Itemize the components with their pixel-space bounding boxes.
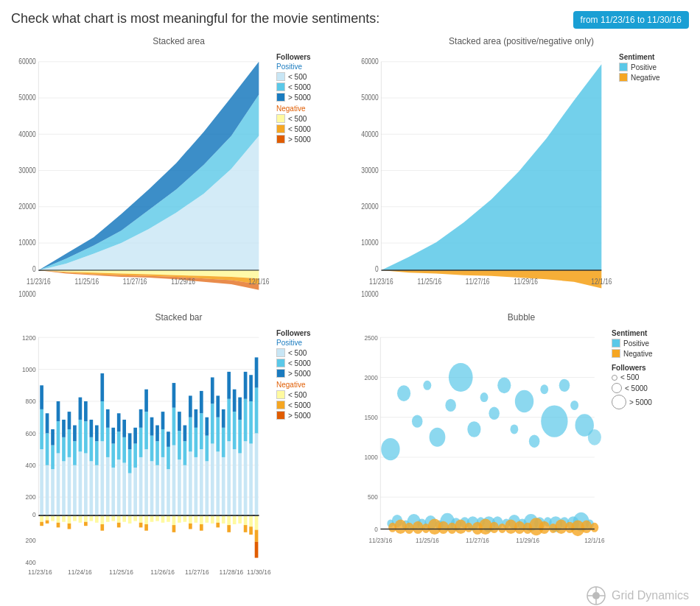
svg-rect-150 [189, 395, 192, 417]
bar-legend-color-pos-gt5000 [276, 369, 285, 378]
legend-label-pos-500: < 500 [288, 73, 307, 81]
svg-rect-105 [106, 409, 110, 428]
svg-text:20000: 20000 [18, 202, 35, 211]
svg-rect-71 [46, 433, 49, 465]
svg-rect-81 [62, 420, 66, 437]
bubble-sentiment-title: Sentiment [612, 329, 689, 337]
svg-point-314 [413, 521, 424, 534]
legend-color-neg-gt5000 [276, 135, 285, 144]
svg-rect-127 [150, 461, 154, 515]
svg-text:2500: 2500 [364, 334, 377, 342]
svg-rect-126 [144, 390, 148, 412]
stacked-area-content: 60000 50000 40000 30000 20000 10000 0 10… [11, 49, 346, 305]
svg-rect-91 [84, 454, 88, 516]
svg-marker-42 [381, 64, 601, 270]
svg-rect-114 [122, 420, 126, 437]
svg-rect-195 [68, 515, 71, 524]
svg-rect-235 [227, 525, 231, 532]
svg-rect-144 [178, 412, 181, 431]
svg-rect-218 [161, 515, 165, 523]
svg-rect-182 [249, 401, 253, 443]
svg-point-279 [529, 435, 540, 448]
svg-rect-104 [106, 428, 110, 457]
svg-text:11/27/16: 11/27/16 [466, 536, 489, 544]
svg-rect-175 [238, 454, 242, 516]
bubble-chart-svg-wrapper: 2500 2000 1500 1000 500 0 [354, 325, 608, 581]
legend-item-positive: Positive [619, 63, 689, 71]
svg-rect-202 [95, 515, 99, 523]
bubble-chart-content: 2500 2000 1500 1000 500 0 [354, 325, 689, 581]
svg-rect-167 [222, 428, 225, 457]
svg-text:12/1/16: 12/1/16 [584, 536, 604, 544]
page-title: Check what chart is most meaningful for … [11, 11, 379, 27]
svg-rect-90 [79, 398, 83, 420]
svg-point-323 [489, 522, 499, 533]
svg-point-270 [430, 428, 446, 447]
svg-rect-98 [95, 441, 99, 465]
svg-rect-69 [40, 385, 43, 409]
svg-point-335 [590, 523, 598, 532]
svg-rect-132 [155, 426, 159, 442]
svg-rect-106 [111, 468, 115, 515]
stacked-bar-content: 1200 1000 800 600 400 200 0 200 400 [11, 325, 346, 581]
svg-rect-109 [117, 459, 121, 515]
svg-point-266 [381, 438, 399, 460]
svg-rect-220 [172, 515, 176, 525]
svg-text:400: 400 [26, 559, 36, 567]
bar-legend-color-neg-500 [276, 390, 285, 399]
svg-point-313 [405, 523, 414, 534]
bubble-size-icon-gt5000 [612, 395, 626, 409]
svg-rect-238 [244, 515, 248, 525]
svg-rect-166 [222, 457, 225, 515]
svg-text:0: 0 [32, 266, 36, 274]
stacked-bar-svg-wrapper: 1200 1000 800 600 400 200 0 200 400 [11, 325, 273, 581]
svg-rect-169 [227, 441, 231, 515]
svg-rect-67 [40, 449, 43, 515]
svg-rect-201 [90, 515, 94, 521]
legend-label-negative: Negative [631, 74, 659, 82]
svg-rect-123 [139, 409, 143, 428]
svg-rect-86 [73, 441, 77, 465]
legend-item-neg-gt5000: > 5000 [276, 135, 346, 144]
svg-text:11/25/16: 11/25/16 [417, 278, 441, 286]
svg-text:60000: 60000 [18, 57, 35, 66]
bar-legend-pos-500: < 500 [276, 348, 346, 357]
svg-rect-239 [244, 525, 248, 532]
svg-rect-229 [205, 515, 209, 523]
svg-rect-212 [139, 515, 143, 523]
bubble-chart: Bubble 2500 2000 1500 1000 500 0 [354, 312, 689, 581]
legend-item-pos-500: < 500 [276, 72, 346, 81]
svg-rect-138 [167, 431, 170, 447]
svg-rect-119 [133, 443, 137, 468]
svg-point-285 [588, 429, 601, 445]
svg-text:11/27/16: 11/27/16 [466, 278, 490, 286]
svg-rect-204 [100, 524, 104, 531]
svg-rect-88 [79, 451, 83, 515]
svg-rect-188 [40, 522, 43, 526]
brand-name: Grid Dynamics [612, 589, 689, 602]
bar-legend-pos-gt5000: > 5000 [276, 369, 346, 378]
svg-rect-186 [255, 357, 259, 387]
bar-legend-pos-5000: < 5000 [276, 359, 346, 367]
svg-rect-82 [68, 457, 71, 515]
svg-rect-84 [68, 412, 71, 429]
svg-rect-122 [139, 428, 143, 457]
svg-rect-95 [90, 437, 94, 462]
svg-rect-117 [128, 433, 132, 449]
legend-label-pos-gt5000: > 5000 [288, 94, 311, 102]
bubble-followers-title: Followers [612, 364, 689, 372]
svg-text:20000: 20000 [361, 202, 378, 211]
svg-rect-76 [57, 454, 60, 516]
svg-rect-174 [233, 390, 237, 412]
svg-point-271 [445, 399, 456, 412]
svg-point-276 [497, 377, 511, 393]
legend-color-positive [619, 63, 628, 71]
svg-rect-225 [189, 524, 192, 529]
date-range-badge: from 11/23/16 to 11/30/16 [573, 11, 689, 29]
svg-point-282 [559, 379, 570, 392]
svg-text:2000: 2000 [364, 373, 377, 381]
bubble-size-icon-5000 [612, 383, 622, 393]
svg-rect-161 [211, 404, 214, 443]
svg-rect-189 [46, 515, 49, 521]
svg-rect-143 [178, 431, 181, 459]
